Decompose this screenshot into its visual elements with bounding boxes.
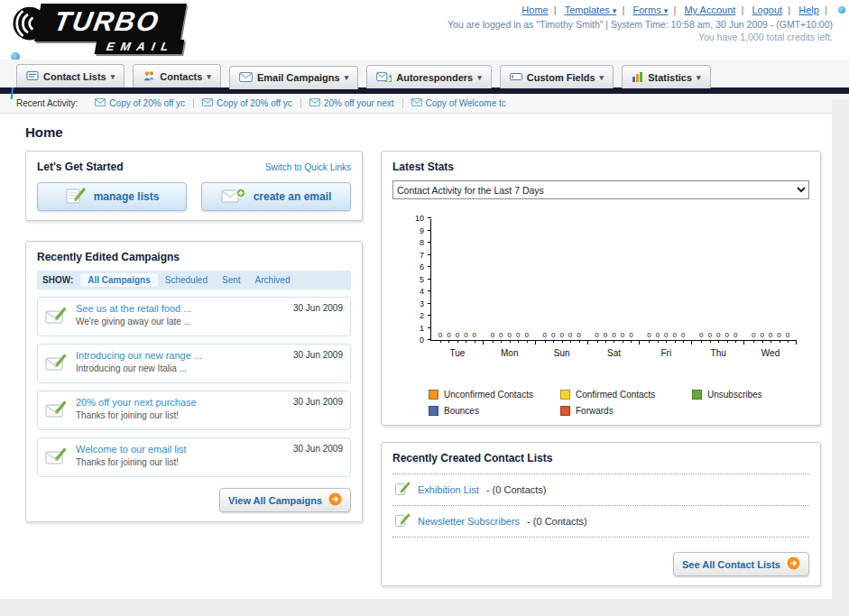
legend-swatch: [560, 406, 570, 416]
campaign-edit-icon: [45, 447, 69, 467]
bar-value-label: 0: [777, 331, 780, 339]
campaign-date: 30 Jun 2009: [293, 444, 343, 454]
bar-value-label: 0: [621, 331, 624, 339]
see-all-contact-lists-button[interactable]: See All Contact Lists: [673, 552, 809, 576]
legend-swatch: [429, 390, 438, 400]
contact-list-count: - (0 Contacts): [486, 484, 547, 495]
legend-item: Unconfirmed Contacts: [429, 390, 560, 400]
recent-activity-label: Recent Activity:: [16, 98, 78, 108]
bar-value-label: 0: [438, 331, 442, 339]
campaign-list-item[interactable]: Introducing our new range ... Introducin…: [37, 344, 351, 383]
bar-value-label: 0: [559, 331, 563, 339]
orange-arrow-icon: [328, 492, 342, 508]
campaign-date: 30 Jun 2009: [293, 350, 343, 360]
top-nav-logout[interactable]: Logout: [752, 5, 782, 15]
recent-activity-item[interactable]: Copy of 20% off yc: [87, 98, 194, 108]
show-label: SHOW:: [42, 275, 73, 285]
x-axis-day-label: Wed: [744, 348, 797, 358]
bar-value-label: 0: [724, 331, 728, 339]
campaign-list-item[interactable]: Welcome to our email list Thanks for joi…: [37, 437, 351, 477]
y-axis-tick-label: 6: [420, 262, 424, 271]
top-nav-help[interactable]: Help: [798, 5, 819, 15]
page-title: Home: [25, 124, 849, 140]
campaigns-panel-title: Recently Edited Campaigns: [37, 251, 351, 263]
get-started-title: Let's Get Started: [37, 161, 124, 173]
legend-item: Forwards: [560, 406, 692, 416]
y-axis-tick-label: 9: [420, 226, 424, 235]
y-axis-tick-label: 2: [420, 311, 424, 320]
contact-list-link[interactable]: Newsletter Subscribers: [418, 516, 520, 527]
legend-item: Bounces: [429, 406, 560, 416]
orange-arrow-icon: [787, 556, 800, 572]
x-axis-day-label: Mon: [484, 348, 536, 358]
get-started-panel: Let's Get Started Switch to Quick Links …: [25, 151, 363, 221]
tab-contacts[interactable]: Contacts▾: [133, 64, 221, 87]
tab-email-campaigns[interactable]: Email Campaigns▾: [229, 66, 358, 89]
x-axis-day-label: Sun: [536, 348, 588, 358]
recent-activity-item[interactable]: Copy of 20% off yc: [194, 98, 301, 108]
top-nav-templates[interactable]: Templates ▾: [565, 5, 617, 15]
bar-value-label: 0: [491, 331, 494, 339]
tab-custom-fields[interactable]: Custom Fields▾: [500, 65, 614, 88]
bar-value-label: 0: [577, 331, 580, 339]
bar-value-label: 0: [786, 331, 789, 339]
contact-list-link[interactable]: Exhibition List: [418, 484, 479, 495]
bar-value-label: 0: [604, 331, 607, 339]
logo-text-turbo: TURBO: [51, 6, 161, 36]
contact-list-item[interactable]: Exhibition List - (0 Contacts): [392, 473, 809, 505]
custom-fields-icon: [510, 71, 522, 84]
filter-scheduled[interactable]: Scheduled: [158, 273, 215, 287]
create-email-button[interactable]: create an email: [201, 182, 351, 211]
tab-contact-lists[interactable]: Contact Lists▾: [16, 64, 125, 87]
chart-day-group: 00000Wed: [744, 219, 797, 340]
envelope-icon: [202, 98, 213, 108]
y-axis-tick-label: 5: [420, 275, 424, 284]
chevron-down-icon: ▾: [664, 6, 669, 15]
filter-all-campaigns[interactable]: All Campaigns: [80, 273, 157, 287]
switch-quick-links-link[interactable]: Switch to Quick Links: [265, 162, 351, 172]
logo-text: TURBO EMAIL: [38, 4, 183, 54]
tab-statistics[interactable]: Statistics▾: [622, 65, 710, 88]
campaign-edit-icon: [45, 354, 69, 373]
recently-created-lists-panel: Recently Created Contact Lists Exhibitio…: [381, 442, 821, 586]
bar-value-label: 0: [760, 331, 763, 339]
top-nav-forms[interactable]: Forms ▾: [633, 5, 669, 15]
chevron-down-icon: ▾: [345, 73, 349, 82]
chart-day-group: 00000Tue: [431, 219, 484, 340]
recent-activity-item[interactable]: 20% off your next: [301, 98, 403, 108]
y-axis-tick-label: 3: [420, 299, 424, 308]
bar-value-label: 0: [647, 331, 651, 339]
chart-y-axis: 012345678910: [392, 219, 429, 341]
top-nav-my-account[interactable]: My Account: [684, 5, 735, 15]
tab-autoresponders[interactable]: Autoresponders▾: [366, 65, 492, 88]
create-email-icon: [221, 187, 246, 207]
chart-day-group: 00000Sun: [536, 219, 588, 340]
contact-list-item[interactable]: Newsletter Subscribers - (0 Contacts): [392, 505, 809, 538]
chevron-down-icon: ▾: [111, 72, 115, 81]
bar-value-label: 0: [708, 331, 712, 339]
x-axis-day-label: Sat: [588, 348, 641, 358]
campaign-list-item[interactable]: See us at the retail food ... We're givi…: [37, 297, 351, 336]
stats-panel-title: Latest Stats: [392, 161, 809, 173]
filter-archived[interactable]: Archived: [248, 273, 298, 287]
top-nav-home[interactable]: Home: [521, 5, 548, 15]
bar-value-label: 0: [699, 331, 703, 339]
campaign-subject: Thanks for joining our list!: [76, 457, 343, 467]
recent-activity-item[interactable]: Copy of Welcome tc: [403, 98, 514, 108]
manage-lists-button[interactable]: manage lists: [37, 182, 187, 211]
latest-stats-panel: Latest Stats Contact Activity for the La…: [381, 151, 821, 426]
filter-sent[interactable]: Sent: [215, 273, 248, 287]
legend-label: Unconfirmed Contacts: [444, 390, 533, 400]
chevron-down-icon: ▾: [613, 6, 617, 15]
campaign-edit-icon: [45, 400, 69, 420]
stats-period-select[interactable]: Contact Activity for the Last 7 Days: [392, 180, 809, 199]
top-nav: Home Templates ▾ Forms ▾ My Account Logo…: [448, 5, 833, 15]
list-edit-icon: [394, 482, 411, 498]
contact-list-count: - (0 Contacts): [527, 516, 587, 527]
chevron-down-icon: ▾: [600, 73, 604, 82]
legend-label: Unsubscribes: [707, 390, 762, 400]
campaign-list-item[interactable]: 20% off your next purchase Thanks for jo…: [37, 391, 351, 430]
turbo-email-logo[interactable]: TURBO EMAIL: [7, 2, 251, 56]
legend-swatch: [429, 406, 438, 416]
view-all-campaigns-button[interactable]: View All Campaigns: [219, 488, 351, 512]
